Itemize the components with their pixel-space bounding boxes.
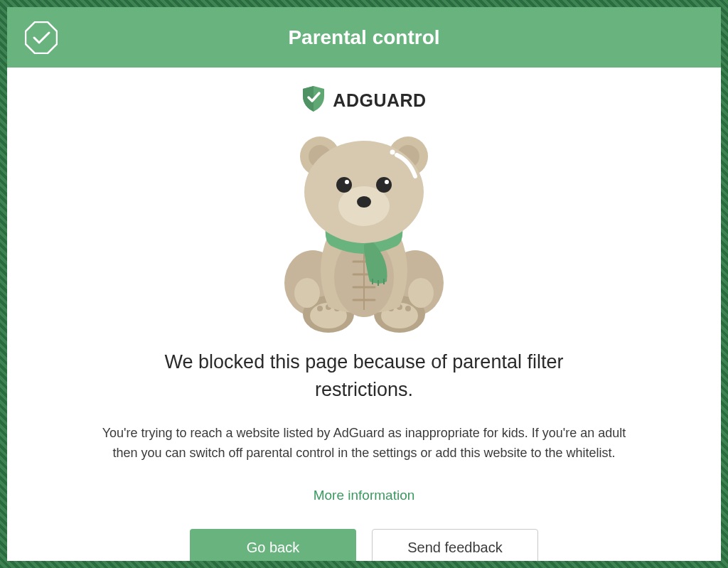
svg-point-12 <box>405 306 411 311</box>
svg-point-30 <box>336 177 352 193</box>
svg-marker-0 <box>26 22 57 53</box>
svg-point-35 <box>390 150 395 155</box>
block-subtext: You're trying to reach a website listed … <box>92 424 636 463</box>
main-panel: Parental control ADGUARD <box>7 7 721 561</box>
check-octagon-icon <box>25 21 58 54</box>
svg-point-32 <box>345 180 349 184</box>
go-back-button[interactable]: Go back <box>190 529 356 561</box>
app-logo: ADGUARD <box>301 85 426 115</box>
send-feedback-button[interactable]: Send feedback <box>372 529 538 561</box>
content-area: ADGUARD <box>7 68 721 561</box>
svg-point-20 <box>408 278 434 308</box>
svg-point-33 <box>385 180 389 184</box>
bear-illustration <box>257 128 471 334</box>
header-title: Parental control <box>7 26 721 49</box>
header-bar: Parental control <box>7 7 721 68</box>
block-headline: We blocked this page because of parental… <box>122 348 606 404</box>
button-row: Go back Send feedback <box>190 529 538 561</box>
more-information-link[interactable]: More information <box>314 488 415 503</box>
logo-text: ADGUARD <box>333 90 426 111</box>
shield-check-icon <box>301 85 326 115</box>
svg-point-19 <box>294 278 320 308</box>
svg-point-7 <box>317 306 323 311</box>
svg-point-31 <box>376 177 392 193</box>
svg-point-34 <box>357 196 371 208</box>
